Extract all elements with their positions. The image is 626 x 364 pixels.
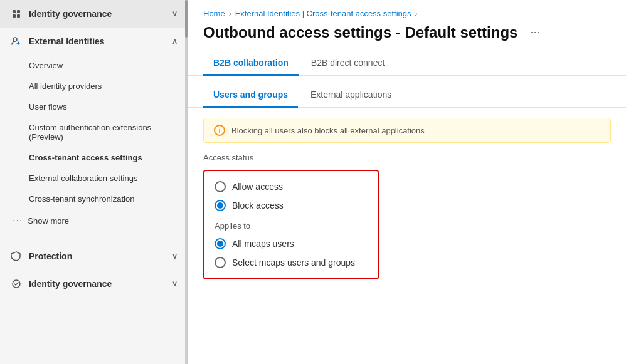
block-access-label: Block access <box>232 200 284 211</box>
all-mcaps-users-label: All mcaps users <box>232 239 294 249</box>
info-icon: i <box>214 125 225 136</box>
allow-access-radio[interactable] <box>215 181 226 192</box>
scroll-indicator <box>185 0 188 364</box>
scroll-thumb[interactable] <box>185 0 188 38</box>
identity-governance-bottom-icon <box>10 278 23 290</box>
svg-rect-0 <box>13 10 16 13</box>
page-title-menu-button[interactable]: ··· <box>525 23 544 41</box>
breadcrumb-sep-2: › <box>415 9 418 18</box>
sidebar-item-overview[interactable]: Overview <box>0 55 188 76</box>
tab-b2b-direct-connect[interactable]: B2B direct connect <box>301 51 395 76</box>
sidebar-section-protection-chevron: ∨ <box>172 252 178 261</box>
block-access-option[interactable]: Block access <box>215 200 368 211</box>
show-more-label: Show more <box>28 216 69 226</box>
sidebar-section-identity-governance-top-chevron: ∨ <box>172 9 178 18</box>
sidebar-section-protection[interactable]: Protection ∨ <box>0 242 188 270</box>
sidebar-item-custom-auth-extensions[interactable]: Custom authentication extensions (Previe… <box>0 117 188 147</box>
breadcrumb: Home › External Identities | Cross-tenan… <box>188 0 626 18</box>
sidebar-section-external-identities-label: External Identities <box>29 36 166 46</box>
sidebar-section-identity-governance-bottom[interactable]: Identity governance ∨ <box>0 270 188 298</box>
identity-governance-top-icon <box>10 8 23 20</box>
applies-to-label: Applies to <box>215 221 368 231</box>
sidebar-item-cross-tenant-synchronization[interactable]: Cross-tenant synchronization <box>0 189 188 209</box>
sidebar-section-identity-governance-bottom-label: Identity governance <box>29 279 166 289</box>
sidebar-divider <box>0 237 188 237</box>
sidebar: Identity governance ∨ External Identitie… <box>0 0 188 364</box>
sidebar-item-cross-tenant-access-settings[interactable]: Cross-tenant access settings <box>0 147 188 168</box>
breadcrumb-cross-tenant[interactable]: External Identities | Cross-tenant acces… <box>235 9 411 18</box>
page-title-row: Outbound access settings - Default setti… <box>188 18 626 51</box>
sidebar-section-external-identities-chevron: ∧ <box>172 37 178 46</box>
sidebar-section-identity-governance-top[interactable]: Identity governance ∨ <box>0 0 188 28</box>
tab-b2b-collaboration[interactable]: B2B collaboration <box>203 51 299 76</box>
select-mcaps-users-label: Select mcaps users and groups <box>232 257 355 268</box>
show-more-dots: ··· <box>13 215 23 226</box>
allow-access-label: Allow access <box>232 182 283 192</box>
tab-external-applications[interactable]: External applications <box>300 83 401 108</box>
allow-access-option[interactable]: Allow access <box>215 181 368 192</box>
page-title: Outbound access settings - Default setti… <box>203 24 517 41</box>
content-area: i Blocking all users also blocks all ext… <box>188 108 626 364</box>
protection-icon <box>10 250 23 263</box>
all-mcaps-users-radio[interactable] <box>215 238 226 249</box>
sidebar-section-identity-governance-bottom-chevron: ∨ <box>172 279 178 288</box>
sidebar-item-all-identity-providers[interactable]: All identity providers <box>0 76 188 96</box>
svg-point-4 <box>13 38 17 41</box>
sidebar-item-user-flows[interactable]: User flows <box>0 96 188 117</box>
svg-rect-3 <box>17 14 20 18</box>
svg-rect-1 <box>17 10 20 13</box>
all-mcaps-users-radio-fill <box>217 241 223 247</box>
all-mcaps-users-option[interactable]: All mcaps users <box>215 238 368 249</box>
tab-users-and-groups[interactable]: Users and groups <box>203 83 298 108</box>
breadcrumb-sep-1: › <box>229 9 231 18</box>
svg-rect-2 <box>13 14 16 18</box>
select-mcaps-users-radio[interactable] <box>215 257 226 268</box>
show-more-button[interactable]: ··· Show more <box>0 209 188 232</box>
info-banner: i Blocking all users also blocks all ext… <box>203 118 611 143</box>
block-access-radio-fill <box>217 202 223 209</box>
main-content: Home › External Identities | Cross-tenan… <box>188 0 626 364</box>
block-access-radio[interactable] <box>215 200 226 211</box>
info-banner-message: Blocking all users also blocks all exter… <box>231 126 425 135</box>
breadcrumb-home[interactable]: Home <box>203 9 225 18</box>
access-status-radio-group: Allow access Block access Applies to All… <box>203 170 379 279</box>
sidebar-section-identity-governance-top-label: Identity governance <box>29 9 166 19</box>
sidebar-item-external-collaboration-settings[interactable]: External collaboration settings <box>0 168 188 189</box>
tabs-level1: B2B collaboration B2B direct connect <box>188 51 626 76</box>
tabs-level2: Users and groups External applications <box>188 83 626 108</box>
select-mcaps-users-option[interactable]: Select mcaps users and groups <box>215 257 368 268</box>
external-identities-icon <box>10 35 23 48</box>
sidebar-section-protection-label: Protection <box>29 251 166 261</box>
sidebar-section-external-identities[interactable]: External Identities ∧ <box>0 28 188 55</box>
access-status-label: Access status <box>203 153 611 162</box>
